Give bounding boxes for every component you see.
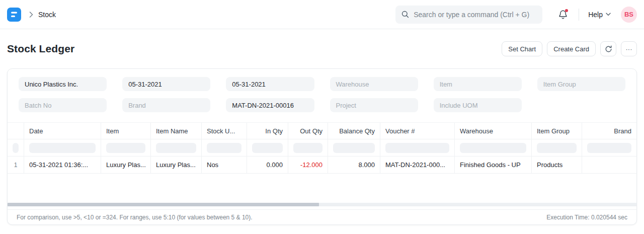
breadcrumb[interactable]: Stock — [38, 11, 56, 19]
column-filter-input[interactable] — [13, 143, 19, 153]
table-empty-space — [8, 174, 636, 203]
page-title: Stock Ledger — [7, 43, 74, 55]
filter-to-date[interactable]: 05-31-2021 — [226, 77, 314, 91]
create-card-button[interactable]: Create Card — [547, 41, 596, 56]
cell-voucher[interactable]: MAT-DN-2021-000... — [380, 157, 455, 173]
cell-item-group[interactable]: Products — [532, 157, 582, 173]
horizontal-scrollbar[interactable] — [8, 203, 636, 206]
column-filter-input[interactable] — [333, 143, 375, 153]
column-filter-warehouse — [455, 139, 532, 156]
execution-time: Execution Time: 0.020544 sec — [546, 214, 627, 221]
refresh-button[interactable] — [600, 41, 616, 56]
header-index — [8, 123, 24, 139]
column-filter-balance-qty — [328, 139, 380, 156]
cell-balance-qty[interactable]: 8.000 — [328, 157, 380, 173]
column-filter-input[interactable] — [460, 143, 526, 153]
header-warehouse[interactable]: Warehouse — [455, 123, 532, 139]
breadcrumb-chevron-icon — [29, 12, 33, 18]
page-actions: Set Chart Create Card ··· — [502, 41, 637, 56]
cell-item[interactable]: Luxury Plas... — [101, 157, 151, 173]
column-filter-out-qty — [288, 139, 328, 156]
refresh-icon — [605, 45, 612, 53]
help-label: Help — [588, 11, 603, 19]
cell-in-qty[interactable]: 0.000 — [247, 157, 288, 173]
avatar-initials: BS — [624, 11, 633, 18]
header-item-group[interactable]: Item Group — [532, 123, 582, 139]
filter-warehouse[interactable]: Warehouse — [330, 77, 418, 91]
report-table: Date Item Item Name Stock U... In Qty Ou… — [8, 122, 636, 174]
help-menu[interactable]: Help — [588, 11, 611, 19]
cell-date[interactable]: 05-31-2021 01:36:... — [24, 157, 101, 173]
ellipsis-icon: ··· — [626, 45, 632, 53]
header-date[interactable]: Date — [24, 123, 101, 139]
search-icon — [401, 11, 409, 18]
cell-warehouse[interactable]: Finished Goods - UP — [455, 157, 532, 173]
column-filter-input[interactable] — [252, 143, 283, 153]
filter-brand[interactable]: Brand — [122, 98, 210, 112]
cell-stock-uom[interactable]: Nos — [202, 157, 247, 173]
column-filter-item-group — [532, 139, 582, 156]
header-stock-uom[interactable]: Stock U... — [202, 123, 247, 139]
cell-item-name[interactable]: Luxury Plas... — [151, 157, 202, 173]
filter-item[interactable]: Item — [434, 77, 522, 91]
page-header: Stock Ledger Set Chart Create Card ··· — [0, 29, 644, 68]
chevron-down-icon — [606, 13, 611, 16]
report-filters: Unico Plastics Inc. 05-31-2021 05-31-202… — [8, 69, 636, 112]
app-logo[interactable] — [7, 8, 21, 22]
filter-company[interactable]: Unico Plastics Inc. — [19, 77, 107, 91]
notification-dot — [565, 9, 568, 12]
filter-item-group[interactable]: Item Group — [537, 77, 625, 91]
filter-project[interactable]: Project — [330, 98, 418, 112]
header-voucher[interactable]: Voucher # — [380, 123, 455, 139]
table-row[interactable]: 1 05-31-2021 01:36:... Luxury Plas... Lu… — [8, 157, 636, 174]
header-item-name[interactable]: Item Name — [151, 123, 202, 139]
table-header-row: Date Item Item Name Stock U... In Qty Ou… — [8, 122, 636, 139]
filter-include-uom[interactable]: Include UOM — [434, 98, 522, 112]
column-filter-index — [8, 139, 24, 156]
column-filter-row — [8, 139, 636, 157]
column-filter-input[interactable] — [587, 143, 631, 153]
navbar-divider — [579, 9, 579, 21]
column-filter-input[interactable] — [29, 143, 96, 153]
filter-voucher-no[interactable]: MAT-DN-2021-00016 — [226, 98, 314, 112]
filter-hint-text: For comparison, use >5, <10 or =324. For… — [17, 214, 253, 221]
header-item[interactable]: Item — [101, 123, 151, 139]
column-filter-item-name — [151, 139, 202, 156]
more-menu-button[interactable]: ··· — [621, 41, 637, 56]
cell-brand[interactable] — [582, 157, 636, 173]
notifications-button[interactable] — [557, 9, 569, 20]
column-filter-item — [101, 139, 151, 156]
column-filter-brand — [582, 139, 636, 156]
column-filter-input[interactable] — [106, 143, 145, 153]
filter-from-date[interactable]: 05-31-2021 — [122, 77, 210, 91]
column-filter-input[interactable] — [156, 143, 196, 153]
search-placeholder: Search or type a command (Ctrl + G) — [414, 11, 529, 19]
filter-batch-no[interactable]: Batch No — [19, 98, 107, 112]
column-filter-input[interactable] — [293, 143, 323, 153]
report-card: Unico Plastics Inc. 05-31-2021 05-31-202… — [7, 68, 637, 225]
row-index: 1 — [8, 157, 24, 173]
user-avatar[interactable]: BS — [621, 7, 637, 23]
column-filter-voucher — [380, 139, 455, 156]
cell-out-qty[interactable]: -12.000 — [288, 157, 328, 173]
column-filter-date — [24, 139, 101, 156]
column-filter-input[interactable] — [537, 143, 577, 153]
header-in-qty[interactable]: In Qty — [247, 123, 288, 139]
scrollbar-thumb[interactable] — [8, 203, 319, 206]
navbar: Stock Search or type a command (Ctrl + G… — [0, 0, 644, 29]
column-filter-input[interactable] — [385, 143, 449, 153]
column-filter-in-qty — [247, 139, 288, 156]
search-input[interactable]: Search or type a command (Ctrl + G) — [395, 6, 542, 24]
report-footer: For comparison, use >5, <10 or =324. For… — [8, 209, 636, 224]
column-filter-stock-uom — [202, 139, 247, 156]
header-out-qty[interactable]: Out Qty — [288, 123, 328, 139]
header-brand[interactable]: Brand — [582, 123, 636, 139]
erpnext-logo-icon — [10, 11, 18, 19]
column-filter-input[interactable] — [207, 143, 242, 153]
header-balance-qty[interactable]: Balance Qty — [328, 123, 380, 139]
set-chart-button[interactable]: Set Chart — [502, 41, 542, 56]
